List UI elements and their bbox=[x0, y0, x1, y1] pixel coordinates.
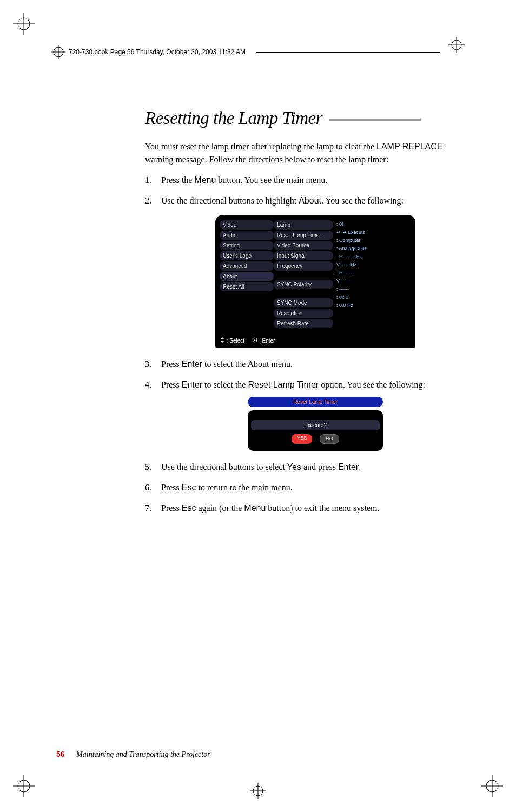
dialog-button-row: YES NO bbox=[251, 433, 380, 446]
step-4: Press Enter to select the Reset Lamp Tim… bbox=[145, 378, 469, 451]
osd-val-reset: ↵ ➜ Execute bbox=[336, 228, 411, 237]
step5-c: . bbox=[359, 462, 361, 472]
dialog-question: Execute? bbox=[251, 420, 380, 430]
osd-val-sync-h: : H ------ bbox=[336, 269, 411, 277]
osd-mid-reset: Reset Lamp Timer bbox=[274, 231, 333, 240]
step1-b: button. You see the main menu. bbox=[216, 175, 327, 185]
dialog-black-bar bbox=[251, 414, 380, 418]
step7-b: again (or the bbox=[196, 503, 244, 513]
step2-a: Use the directional buttons to highlight bbox=[161, 196, 299, 205]
osd-val-freq-v: V ---.--Hz bbox=[336, 261, 411, 269]
chapter-title: Maintaining and Transporting the Project… bbox=[76, 750, 210, 758]
updown-icon bbox=[220, 337, 225, 343]
step3-a: Press bbox=[161, 359, 182, 369]
osd-footer-select: : Select bbox=[220, 337, 244, 345]
step1-a: Press the bbox=[161, 175, 194, 185]
reset-lamp-dialog-screenshot: Reset Lamp Timer Execute? YES NO bbox=[248, 397, 383, 451]
about-label: About bbox=[299, 196, 321, 205]
step-7: Press Esc again (or the Menu button) to … bbox=[145, 502, 469, 515]
osd-footer-enter: : Enter bbox=[252, 337, 275, 345]
step6-b: to return to the main menu. bbox=[196, 483, 292, 492]
crop-mark-bottom-center bbox=[250, 783, 266, 801]
osd-val-freq-h: : H ---.--kHz bbox=[336, 253, 411, 261]
crop-mark-bottom-right bbox=[481, 775, 503, 799]
osd-val-lamp: : 0H bbox=[336, 220, 411, 228]
esc-label: Esc bbox=[182, 483, 196, 492]
enter-label-2: Enter bbox=[182, 380, 202, 389]
osd-val-refresh: : 0.0 Hz bbox=[336, 302, 411, 310]
enter-label: Enter bbox=[182, 359, 202, 369]
osd-mid-frequency: Frequency bbox=[274, 261, 333, 271]
crop-mark-top-left bbox=[13, 13, 35, 37]
osd-val-syncmode: : ------ bbox=[336, 285, 411, 293]
step2-b: . You see the following: bbox=[321, 196, 403, 205]
osd-middle-menu: Lamp Reset Lamp Timer Video Source Input… bbox=[274, 220, 333, 329]
osd-about-screenshot: Video Audio Setting User's Logo Advanced… bbox=[215, 215, 415, 348]
page-footer: 56 Maintaining and Transporting the Proj… bbox=[56, 750, 210, 759]
header-text: 720-730.book Page 56 Thursday, October 3… bbox=[69, 48, 246, 56]
osd-mid-syncmode: SYNC Mode bbox=[274, 298, 333, 307]
intro-text-b: warning message. Follow the directions b… bbox=[145, 155, 388, 164]
osd-item-advanced: Advanced bbox=[220, 261, 274, 271]
reset-lamp-timer-label: Reset Lamp Timer bbox=[248, 380, 319, 389]
step4-b: to select the bbox=[202, 380, 248, 389]
step-3: Press Enter to select the About menu. bbox=[145, 358, 469, 371]
step4-c: option. You see the following: bbox=[319, 380, 425, 389]
step5-a: Use the directional buttons to select bbox=[161, 462, 287, 472]
lamp-replace-label: LAMP REPLACE bbox=[376, 142, 442, 151]
step7-a: Press bbox=[161, 503, 182, 513]
step-2: Use the directional buttons to highlight… bbox=[145, 194, 469, 348]
osd-val-resolution: : 0x 0 bbox=[336, 293, 411, 302]
osd-mid-spacer1 bbox=[274, 272, 333, 280]
step5-b: and press bbox=[301, 462, 338, 472]
osd-mid-lamp: Lamp bbox=[274, 220, 333, 230]
step4-a: Press bbox=[161, 380, 182, 389]
osd-mid-refreshrate: Refresh Rate bbox=[274, 319, 333, 328]
step-6: Press Esc to return to the main menu. bbox=[145, 481, 469, 494]
yes-button: YES bbox=[292, 434, 312, 444]
osd-mid-spacer2 bbox=[274, 290, 333, 298]
enter-icon bbox=[252, 337, 257, 343]
intro-paragraph: You must reset the lamp timer after repl… bbox=[145, 140, 469, 166]
osd-values: : 0H ↵ ➜ Execute : Computer : Analog-RGB… bbox=[333, 220, 411, 329]
dialog-title: Reset Lamp Timer bbox=[248, 397, 383, 407]
intro-text-a: You must reset the lamp timer after repl… bbox=[145, 142, 376, 151]
step-1: Press the Menu button. You see the main … bbox=[145, 174, 469, 187]
osd-mid-videosource: Video Source bbox=[274, 241, 333, 250]
osd-mid-syncpolarity: SYNC Polarity bbox=[274, 280, 333, 289]
step6-a: Press bbox=[161, 483, 182, 492]
menu-label-2: Menu bbox=[244, 503, 266, 513]
osd-item-userslogo: User's Logo bbox=[220, 251, 274, 260]
esc-label-2: Esc bbox=[182, 503, 196, 513]
osd-item-audio: Audio bbox=[220, 231, 274, 240]
step-5: Use the directional buttons to select Ye… bbox=[145, 461, 469, 474]
crop-mark-bottom-left bbox=[13, 775, 35, 799]
menu-button-label: Menu bbox=[194, 175, 216, 185]
osd-val-sync-v: V ------ bbox=[336, 277, 411, 285]
step7-c: button) to exit the menu system. bbox=[266, 503, 379, 513]
osd-item-setting: Setting bbox=[220, 241, 274, 250]
osd-footer: : Select : Enter bbox=[220, 337, 411, 345]
enter-label-3: Enter bbox=[338, 462, 359, 472]
no-button: NO bbox=[320, 434, 339, 444]
osd-select-label: : Select bbox=[227, 338, 244, 344]
osd-val-signal: : Analog-RGB bbox=[336, 245, 411, 253]
page-title: Resetting the Lamp Timer bbox=[145, 108, 469, 128]
print-header: 720-730.book Page 56 Thursday, October 3… bbox=[0, 45, 516, 59]
step3-b: to select the About menu. bbox=[202, 359, 293, 369]
osd-mid-resolution: Resolution bbox=[274, 309, 333, 318]
osd-enter-label: : Enter bbox=[259, 338, 275, 344]
osd-val-source: : Computer bbox=[336, 237, 411, 245]
osd-item-video: Video bbox=[220, 220, 274, 230]
osd-mid-inputsignal: Input Signal bbox=[274, 251, 333, 260]
osd-item-resetall: Reset All bbox=[220, 282, 274, 291]
yes-label: Yes bbox=[287, 462, 301, 472]
osd-left-menu: Video Audio Setting User's Logo Advanced… bbox=[220, 220, 274, 329]
osd-item-about: About bbox=[220, 272, 274, 281]
page-number: 56 bbox=[56, 750, 65, 758]
steps-list: Press the Menu button. You see the main … bbox=[145, 174, 469, 515]
